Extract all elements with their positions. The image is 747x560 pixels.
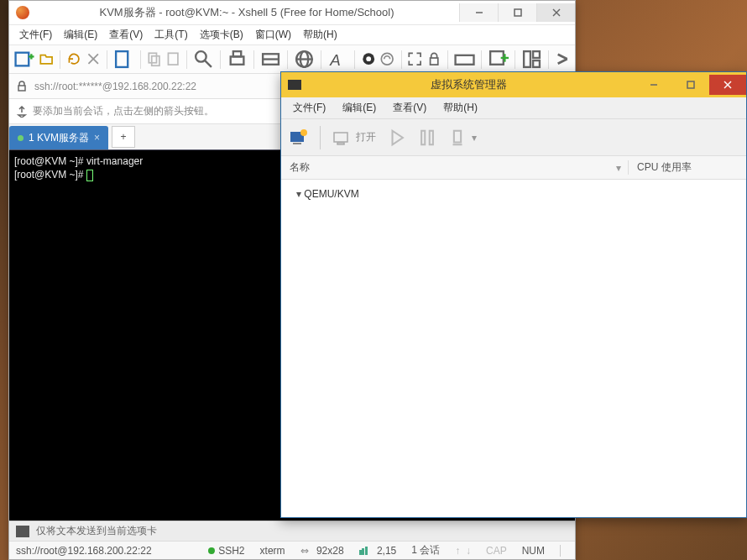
svg-line-34 [557, 55, 567, 60]
keyboard-button[interactable] [454, 50, 475, 69]
minimize-button[interactable] [459, 3, 498, 22]
svg-rect-15 [231, 56, 244, 64]
compose-bar[interactable]: 仅将文本发送到当前选项卡 [9, 521, 575, 541]
reconnect-button[interactable] [66, 50, 81, 69]
open-session-button[interactable] [39, 50, 54, 69]
print-button[interactable] [227, 50, 248, 69]
svg-rect-16 [233, 51, 241, 56]
new-session-button[interactable] [14, 50, 35, 69]
session-tab-1[interactable]: 1 KVM服务器 × [9, 126, 108, 149]
svg-point-13 [196, 51, 206, 62]
svg-rect-26 [430, 58, 437, 65]
add-button[interactable] [488, 50, 509, 69]
status-num: NUM [522, 545, 545, 557]
compose-hint: 仅将文本发送到当前选项卡 [36, 524, 157, 538]
status-sess: 1 会话 [411, 543, 440, 557]
lock-icon [16, 81, 28, 92]
status-proto: SSH2 [208, 545, 244, 557]
xshell-menubar: 文件(F) 编辑(E) 查看(V) 工具(T) 选项卡(B) 窗口(W) 帮助(… [9, 25, 575, 45]
copy-button[interactable] [147, 50, 162, 69]
terminal-prompt: [root@KVM ~]# [14, 169, 86, 181]
menu-tabs[interactable]: 选项卡(B) [195, 26, 248, 44]
vmgr-new-vm-button[interactable] [290, 129, 308, 146]
xshell-toolbar: A [9, 45, 575, 74]
vmgr-col-name[interactable]: 名称 [290, 160, 310, 175]
svg-rect-11 [151, 56, 159, 65]
vmgr-open-button[interactable]: 打开 [332, 129, 376, 146]
svg-marker-46 [393, 130, 403, 144]
svg-rect-31 [524, 51, 530, 67]
vmgr-menu-help[interactable]: 帮助(H) [436, 99, 484, 117]
vmgr-title: 虚拟系统管理器 [301, 77, 635, 92]
layout-button[interactable] [521, 50, 542, 69]
vmgr-menubar: 文件(F) 编辑(E) 查看(V) 帮助(H) [281, 97, 746, 119]
vmgr-run-button[interactable] [388, 129, 406, 146]
menu-window[interactable]: 窗口(W) [250, 26, 296, 44]
new-tab-button[interactable]: + [112, 126, 135, 148]
svg-rect-36 [18, 86, 25, 91]
menu-help[interactable]: 帮助(H) [298, 26, 342, 44]
script-button[interactable] [379, 50, 394, 69]
menu-edit[interactable]: 编辑(E) [59, 26, 102, 44]
vmgr-connection-label: QEMU/KVM [304, 188, 358, 200]
vmgr-pause-button[interactable] [418, 129, 436, 146]
properties-button[interactable] [113, 50, 134, 69]
status-bar: ssh://root@192.168.200.22:22 SSH2 xterm … [9, 541, 575, 559]
status-grip[interactable] [560, 545, 568, 557]
status-term: xterm [260, 545, 285, 557]
address-text: ssh://root:******@192.168.200.22:22 [34, 81, 196, 92]
vmgr-menu-view[interactable]: 查看(V) [386, 99, 433, 117]
vmgr-col-cpu[interactable]: CPU 使用率 [629, 160, 746, 175]
find-button[interactable] [193, 50, 214, 69]
font-button[interactable]: A [327, 50, 348, 69]
transfer-button[interactable] [260, 50, 281, 69]
svg-rect-33 [533, 60, 540, 67]
tab-label: 1 KVM服务器 [29, 131, 89, 145]
status-arrows: ↑ ↓ [455, 545, 471, 557]
vmgr-menu-file[interactable]: 文件(F) [286, 99, 332, 117]
close-button[interactable] [536, 3, 575, 22]
vmgr-connection-row[interactable]: ▾ QEMU/KVM [296, 186, 731, 201]
disconnect-button[interactable] [86, 50, 101, 69]
maximize-button[interactable] [498, 3, 536, 22]
svg-rect-10 [149, 54, 156, 63]
status-cap: CAP [486, 545, 507, 557]
xshell-title: KVM服务器 - root@KVM:~ - Xshell 5 (Free for… [34, 5, 459, 20]
menu-file[interactable]: 文件(F) [14, 26, 57, 44]
compose-icon [16, 526, 29, 537]
svg-rect-9 [116, 51, 128, 67]
xshell-titlebar[interactable]: KVM服务器 - root@KVM:~ - Xshell 5 (Free for… [9, 1, 575, 25]
vmgr-titlebar[interactable]: 虚拟系统管理器 [281, 72, 746, 97]
expand-icon[interactable]: ▾ [296, 188, 301, 200]
vmgr-table-header: 名称▾ CPU 使用率 [281, 156, 746, 180]
tab-close-icon[interactable]: × [94, 132, 100, 144]
menu-tools[interactable]: 工具(T) [149, 26, 192, 44]
svg-text:A: A [329, 51, 341, 69]
paste-button[interactable] [165, 50, 180, 69]
lock-button[interactable] [426, 50, 441, 69]
svg-rect-4 [16, 53, 29, 66]
svg-rect-27 [455, 55, 473, 65]
svg-point-24 [366, 57, 371, 62]
svg-rect-42 [293, 143, 301, 144]
vmgr-minimize-button[interactable] [635, 75, 672, 95]
fullscreen-button[interactable] [407, 50, 422, 69]
svg-rect-48 [430, 130, 433, 144]
color-button[interactable] [361, 50, 376, 69]
vmgr-shutdown-button[interactable]: ▾ [448, 129, 477, 146]
svg-rect-38 [687, 81, 694, 88]
vmgr-close-button[interactable] [709, 75, 746, 95]
status-size: ⇔ 92x28 [300, 545, 344, 557]
sort-desc-icon[interactable]: ▾ [616, 162, 621, 174]
terminal-cursor [86, 170, 93, 181]
vmgr-table-body[interactable]: ▾ QEMU/KVM [281, 180, 746, 517]
globe-button[interactable] [294, 50, 315, 69]
vmgr-maximize-button[interactable] [672, 75, 709, 95]
vmgr-menu-edit[interactable]: 编辑(E) [336, 99, 383, 117]
svg-point-25 [381, 54, 393, 65]
pin-icon[interactable] [16, 106, 28, 118]
virt-manager-window: 虚拟系统管理器 文件(F) 编辑(E) 查看(V) 帮助(H) 打开 ▾ 名称▾… [280, 71, 747, 518]
svg-rect-12 [169, 54, 178, 65]
toolbar-more-button[interactable] [555, 50, 570, 69]
menu-view[interactable]: 查看(V) [104, 26, 148, 44]
